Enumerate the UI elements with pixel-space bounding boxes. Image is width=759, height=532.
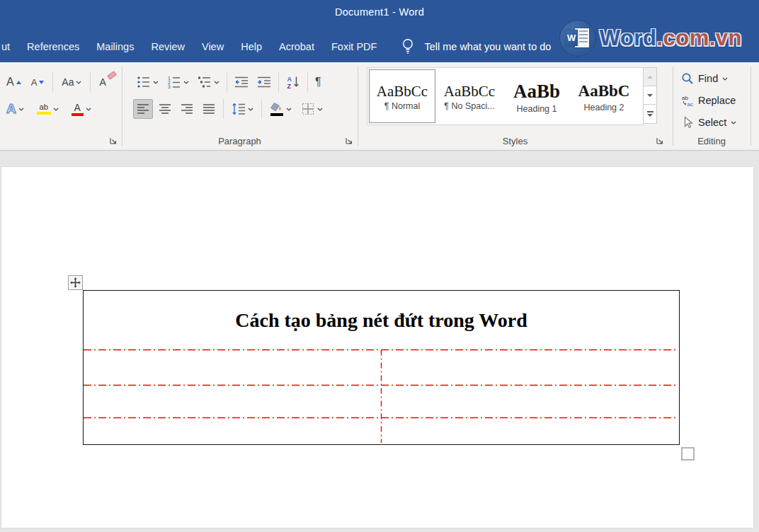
tab-foxit-pdf[interactable]: Foxit PDF [323, 41, 385, 52]
watermark-domain: .com.vn [656, 25, 742, 50]
align-left-icon [137, 102, 149, 116]
replace-button[interactable]: ab ac Replace [681, 91, 736, 110]
justify-button[interactable] [199, 99, 219, 119]
styles-scroll-down-button[interactable] [643, 86, 657, 105]
style-heading-1[interactable]: AaBb Heading 1 [503, 69, 570, 123]
editing-group-label: Editing [673, 136, 751, 146]
mini-separator [227, 72, 227, 92]
decrease-indent-icon [234, 75, 249, 89]
font-color-bar [72, 113, 84, 116]
change-case-button[interactable]: Aa [58, 72, 85, 92]
highlight-color-bar [37, 112, 51, 115]
styles-gallery-scrollbar [643, 67, 657, 125]
font-color-button[interactable]: A [68, 99, 95, 119]
tell-me-box[interactable]: Tell me what you want to do [424, 41, 551, 52]
tab-mailings[interactable]: Mailings [88, 41, 142, 52]
dashed-grid-lines [84, 291, 678, 444]
lightbulb-icon [401, 37, 415, 56]
styles-gallery: AaBbCc ¶ Normal AaBbCc ¶ No Spaci... AaB… [367, 67, 644, 125]
style-heading-2[interactable]: AaBbC Heading 2 [571, 69, 637, 123]
styles-group: AaBbCc ¶ Normal AaBbCc ¶ No Spaci... AaB… [358, 62, 673, 150]
search-icon [681, 72, 694, 85]
chevron-down-icon [86, 108, 91, 111]
shrink-font-button[interactable]: A [28, 72, 48, 92]
mini-separator [261, 99, 262, 119]
editing-group: Find ab ac Replace Select Editing [673, 62, 751, 150]
numbering-icon: 1 2 3 [167, 75, 181, 89]
text-highlight-button[interactable]: ab [33, 99, 62, 119]
chevron-down-icon [286, 108, 292, 111]
word-logo-letter: W [566, 30, 578, 46]
triangle-down-icon [647, 94, 653, 97]
svg-text:Z: Z [287, 83, 292, 90]
chevron-down-icon [248, 108, 253, 111]
paragraph-dialog-launcher[interactable] [344, 136, 353, 145]
tab-review[interactable]: Review [142, 41, 193, 52]
paragraph-group: 1 2 3 [122, 62, 358, 150]
grow-font-button[interactable]: A [3, 72, 25, 92]
mini-separator [223, 99, 224, 119]
font-dialog-launcher[interactable] [108, 136, 118, 145]
triangle-up-icon [647, 76, 653, 79]
chevron-down-icon [722, 77, 728, 81]
move-arrows-icon [70, 277, 81, 288]
tab-acrobat[interactable]: Acrobat [270, 41, 323, 52]
svg-text:3: 3 [168, 84, 171, 89]
align-right-button[interactable] [177, 99, 197, 119]
styles-scroll-up-button[interactable] [643, 67, 657, 86]
mini-separator [52, 72, 53, 92]
increase-indent-button[interactable] [253, 72, 275, 92]
bullets-button[interactable] [133, 72, 162, 92]
tab-help[interactable]: Help [232, 41, 270, 52]
paint-bucket-icon [270, 103, 284, 112]
table-resize-handle[interactable] [681, 447, 695, 461]
multilevel-list-button[interactable] [194, 72, 223, 92]
tab-references[interactable]: References [18, 41, 88, 52]
style-normal[interactable]: AaBbCc ¶ Normal [369, 69, 435, 123]
dashed-table[interactable]: Cách tạo bảng nét đứt trong Word [83, 290, 680, 445]
cursor-arrow-icon [681, 116, 694, 129]
styles-gallery-more-button[interactable] [643, 104, 657, 124]
watermark-text: Word.com.vn [600, 25, 742, 51]
mini-separator [307, 72, 308, 92]
style-no-spacing[interactable]: AaBbCc ¶ No Spaci... [436, 69, 503, 123]
chevron-down-icon [214, 81, 219, 84]
svg-text:ac: ac [687, 101, 693, 108]
mini-separator [278, 72, 279, 92]
more-bar-icon [647, 111, 654, 112]
ribbon: A A Aa A A [0, 62, 759, 151]
tab-layout-partial[interactable]: ut [1, 41, 18, 52]
ribbon-tab-row: ut References Mailings Review View Help … [1, 31, 551, 62]
window-title: Document1 - Word [0, 6, 759, 18]
sort-button[interactable]: A Z [283, 72, 304, 92]
word-window: Document1 - Word ut References Mailings … [0, 0, 759, 532]
decrease-indent-button[interactable] [231, 72, 252, 92]
bullets-icon [137, 75, 151, 89]
chevron-down-icon [183, 81, 189, 84]
document-area: Cách tạo bảng nét đứt trong Word [0, 151, 759, 532]
align-center-icon [159, 102, 171, 116]
styles-group-label: Styles [358, 136, 673, 146]
tab-view[interactable]: View [193, 41, 232, 52]
group-separator [751, 66, 751, 146]
show-hide-pilcrow-button[interactable]: ¶ [312, 72, 325, 92]
text-effects-button[interactable]: A [3, 99, 28, 119]
line-spacing-button[interactable] [228, 99, 257, 119]
numbering-button[interactable]: 1 2 3 [164, 72, 193, 92]
clear-formatting-button[interactable]: A [96, 72, 109, 92]
align-center-button[interactable] [155, 99, 175, 119]
find-button[interactable]: Find [681, 69, 728, 88]
styles-dialog-launcher[interactable] [655, 136, 664, 145]
chevron-down-icon [53, 108, 59, 111]
justify-icon [202, 102, 215, 116]
select-button[interactable]: Select [681, 113, 736, 132]
table-move-handle[interactable] [68, 275, 83, 290]
paragraph-group-label: Paragraph [122, 136, 358, 146]
watermark-logo: W Word.com.vn [560, 18, 742, 58]
borders-button[interactable] [297, 99, 326, 119]
align-left-button[interactable] [133, 99, 153, 119]
multilevel-list-icon [198, 75, 212, 89]
mini-separator [90, 72, 91, 92]
watermark-word: Word [600, 25, 657, 50]
shading-button[interactable] [266, 99, 295, 119]
